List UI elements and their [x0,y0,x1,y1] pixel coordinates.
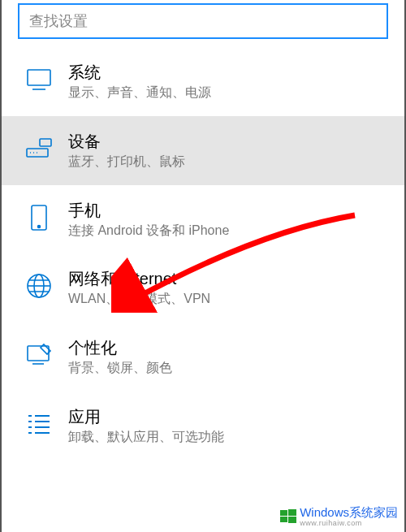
watermark-url: www.ruihaiw.com [300,519,398,527]
item-subtitle: 卸载、默认应用、可选功能 [68,429,388,446]
svg-rect-6 [40,139,51,146]
svg-rect-23 [280,510,287,516]
network-icon [24,271,54,301]
settings-item-apps[interactable]: 应用 卸载、默认应用、可选功能 [2,391,404,461]
item-title: 设备 [68,131,388,152]
personalization-icon [24,340,54,370]
settings-item-phone[interactable]: 手机 连接 Android 设备和 iPhone [2,185,404,254]
item-subtitle: WLAN、飞行模式、VPN [68,291,388,308]
item-subtitle: 连接 Android 设备和 iPhone [68,223,388,240]
watermark: Windows系统家园 www.ruihaiw.com [280,505,398,527]
svg-rect-0 [28,70,50,85]
svg-point-8 [38,225,41,227]
phone-icon [24,203,54,232]
apps-icon [24,409,54,439]
item-title: 个性化 [68,337,388,358]
item-subtitle: 蓝牙、打印机、鼠标 [68,154,388,171]
item-subtitle: 背景、锁屏、颜色 [68,360,388,377]
item-subtitle: 显示、声音、通知、电源 [68,84,388,102]
item-title: 应用 [68,406,388,427]
watermark-brand: Windows系统家园 [300,505,398,519]
item-title: 手机 [68,200,388,221]
item-title: 系统 [68,62,388,83]
settings-item-network[interactable]: 网络和 Internet WLAN、飞行模式、VPN [2,253,404,322]
settings-item-personalization[interactable]: 个性化 背景、锁屏、颜色 [2,322,404,391]
windows-logo-icon [280,508,296,525]
svg-rect-24 [288,509,296,516]
svg-rect-26 [288,517,296,523]
system-icon [24,65,54,94]
settings-item-devices[interactable]: 设备 蓝牙、打印机、鼠标 [2,116,404,185]
settings-item-system[interactable]: 系统 显示、声音、通知、电源 [2,47,404,116]
search-box[interactable] [18,3,388,39]
devices-icon [24,134,54,163]
item-title: 网络和 Internet [68,268,388,289]
svg-rect-25 [280,517,287,522]
search-input[interactable] [29,13,377,30]
